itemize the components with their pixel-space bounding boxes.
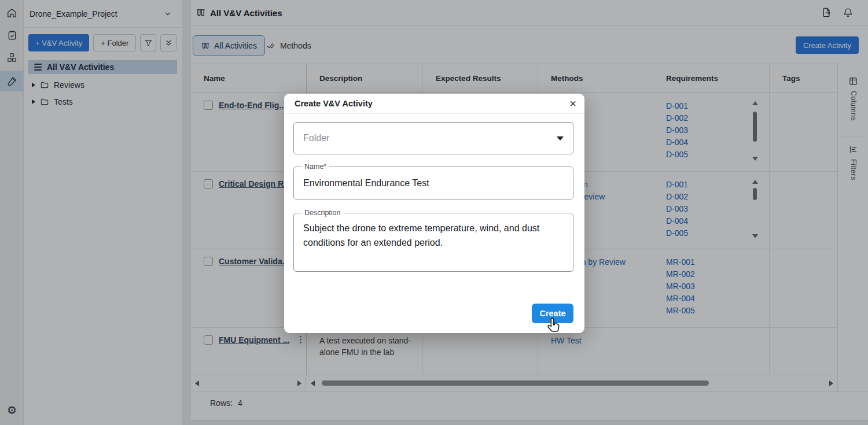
description-input[interactable]: Subject the drone to extreme temperature…	[303, 221, 565, 265]
create-vnv-activity-modal: Create V&V Activity × Folder Name* Descr…	[284, 94, 584, 333]
description-field-label: Description	[301, 209, 344, 217]
modal-title: Create V&V Activity	[295, 99, 569, 108]
app-root: ⚙ Drone_Example_Project + V&V Activity +…	[0, 0, 868, 425]
description-field-wrap: Description Subject the drone to extreme…	[293, 213, 573, 272]
folder-select[interactable]: Folder	[293, 122, 573, 154]
folder-placeholder: Folder	[303, 133, 557, 143]
modal-header: Create V&V Activity ×	[284, 94, 584, 114]
name-field-wrap: Name*	[293, 167, 573, 199]
name-input[interactable]	[303, 167, 564, 199]
close-icon[interactable]: ×	[569, 98, 576, 109]
create-button[interactable]: Create	[532, 304, 573, 323]
select-caret-icon	[557, 136, 564, 141]
